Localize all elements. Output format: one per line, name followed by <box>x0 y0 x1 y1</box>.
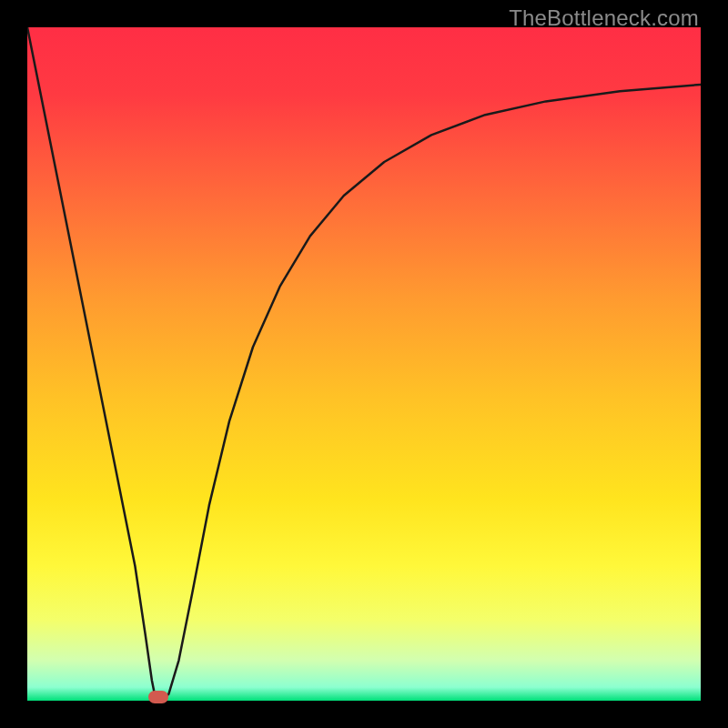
gradient-background <box>27 27 701 701</box>
bottleneck-marker <box>148 691 168 703</box>
plot-area <box>27 27 701 701</box>
watermark-text: TheBottleneck.com <box>509 5 699 31</box>
svg-rect-0 <box>27 27 701 701</box>
chart-container: TheBottleneck.com <box>0 0 728 728</box>
